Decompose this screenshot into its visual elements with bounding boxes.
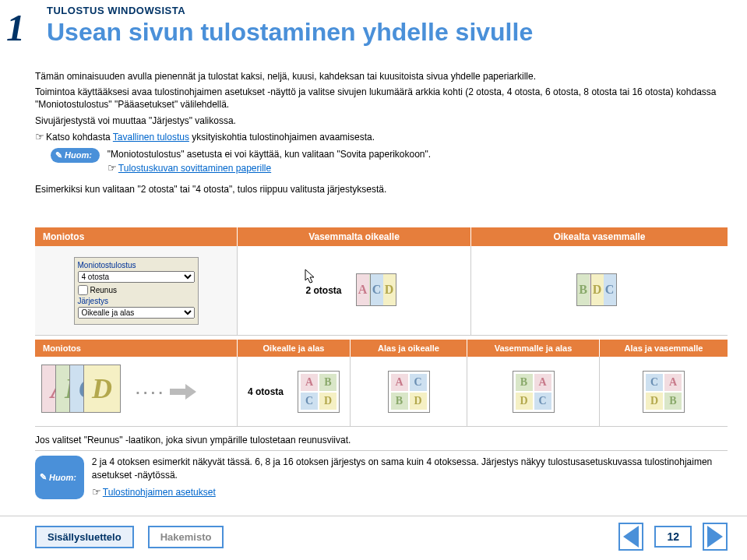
big-page-stack: A B C D	[41, 365, 119, 419]
page-a: A	[357, 274, 369, 305]
cell-2otosta-ltr: 2 otosta AB CD	[238, 246, 471, 336]
cell-4otosta-down-left: C A D B	[600, 357, 728, 427]
cell-4otosta-down-right: A C B D	[351, 357, 467, 427]
hand-icon: ☞	[107, 162, 117, 174]
th2-alas-vasemmalle: Alas ja vasemmalle	[600, 340, 728, 357]
page-c: C	[371, 274, 383, 305]
g-c: C	[646, 374, 663, 391]
g-b: B	[319, 374, 337, 391]
g-c: C	[301, 393, 318, 410]
table1-row: Moniotostulostus 4 otosta Reunus Järjest…	[35, 246, 728, 336]
p4-prefix: Katso kohdasta	[46, 132, 113, 143]
page-c: C	[604, 274, 616, 305]
mock-group-label: Moniotostulostus	[78, 261, 195, 269]
th2-moniotos: Moniotos	[35, 340, 238, 357]
cursor-icon	[304, 268, 318, 285]
intro-p4: ☞Katso kohdasta Tavallinen tulostus yksi…	[35, 130, 728, 144]
table2-row: A B C D ···· 4 otosta A B C D	[35, 357, 728, 427]
g-b: B	[391, 393, 408, 410]
grid-badc: B A D C	[513, 371, 555, 413]
page-b: B	[577, 274, 590, 305]
note-1: Huom: "Moniotostulostus" asetusta ei voi…	[51, 148, 728, 175]
link-tulostinohjaimen-asetukset[interactable]: Tulostinohjaimen asetukset	[103, 487, 216, 498]
page-stack-ba-dc: BA DC	[576, 273, 623, 308]
grid-cadb: C A D B	[643, 371, 685, 413]
prev-page-button[interactable]	[618, 523, 643, 551]
intro-p2: Toimintoa käyttääksesi avaa tulostinohja…	[35, 86, 728, 111]
note-2: Huom: 2 ja 4 otoksen esimerkit näkyvät t…	[35, 450, 728, 499]
hand-icon: ☞	[92, 486, 101, 498]
settings-mock: Moniotostulostus 4 otosta Reunus Järjest…	[74, 257, 199, 325]
header: TULOSTUS WINDOWSISTA Usean sivun tulosta…	[47, 5, 533, 47]
table-4otosta: Moniotos Oikealle ja alas Alas ja oikeal…	[35, 340, 728, 427]
big-stack-cell: A B C D ····	[35, 357, 238, 427]
toc-button[interactable]: Sisällysluettelo	[35, 526, 134, 548]
dots-arrow-icon: ····	[135, 379, 196, 404]
cell-4otosta-left-down: B A D C	[467, 357, 600, 427]
th2-alas-oikealle: Alas ja oikealle	[351, 340, 467, 357]
hand-icon: ☞	[35, 131, 44, 143]
g-b: B	[664, 393, 682, 410]
cell-4otosta-right-down: 4 otosta A B C D	[238, 357, 351, 427]
th-oikealta-vasemmalle: Oikealta vasemmalle	[471, 227, 728, 246]
mock-select-order[interactable]: Oikealle ja alas	[78, 307, 195, 319]
index-button[interactable]: Hakemisto	[148, 526, 224, 548]
row-label-4otosta: 4 otosta	[248, 386, 284, 397]
link-tavallinen-tulostus[interactable]: Tavallinen tulostus	[113, 132, 189, 143]
mock-checkbox-reunus[interactable]	[78, 285, 88, 295]
page-d: D	[591, 274, 604, 305]
th2-vasemmalle-alas: Vasemmalle ja alas	[467, 340, 600, 357]
settings-screenshot-cell: Moniotostulostus 4 otosta Reunus Järjest…	[35, 246, 238, 336]
g-a: A	[301, 374, 318, 391]
table2-header: Moniotos Oikealle ja alas Alas ja oikeal…	[35, 340, 728, 357]
mock-label-jarjestys: Järjestys	[78, 297, 195, 305]
intro-p1: Tämän ominaisuuden avulla pienennät ja t…	[35, 70, 728, 83]
th-moniotos: Moniotos	[35, 227, 238, 246]
note1-line1: "Moniotostulostus" asetusta ei voi käytt…	[107, 148, 431, 161]
grid-abcd: A B C D	[298, 371, 340, 413]
g-a: A	[664, 374, 682, 391]
page-d: D	[383, 274, 396, 305]
table-2otosta: Moniotos Vasemmalta oikealle Oikealta va…	[35, 227, 728, 336]
example-text: Esimerkiksi kun valitaan "2 otosta" tai …	[35, 183, 728, 195]
page-title: Usean sivun tulostaminen yhdelle sivulle	[47, 18, 533, 47]
footer-reunus-text: Jos valitset "Reunus" -laatikon, joka si…	[35, 435, 351, 446]
g-d: D	[646, 393, 663, 410]
header-kicker: TULOSTUS WINDOWSISTA	[47, 5, 533, 16]
chevron-right-icon	[707, 526, 723, 548]
table1-header: Moniotos Vasemmalta oikealle Oikealta va…	[35, 227, 728, 246]
p4-suffix: yksityiskohtia tulostinohjaimen avaamise…	[189, 132, 375, 143]
g-d: D	[410, 393, 427, 410]
svg-marker-0	[170, 384, 196, 400]
note-badge: Huom:	[35, 456, 84, 499]
page-number: 12	[654, 526, 692, 548]
section-number: 1	[6, 6, 25, 49]
th2-oikealle-alas: Oikealle ja alas	[238, 340, 351, 357]
note2-text: 2 ja 4 otoksen esimerkit näkyvät tässä. …	[92, 456, 728, 482]
row-label-2otosta: 2 otosta	[305, 285, 341, 296]
grid-acbd: A C B D	[388, 371, 430, 413]
g-a: A	[391, 374, 408, 391]
g-d: D	[516, 393, 533, 410]
intro-p3: Sivujärjestystä voi muuttaa "Järjestys" …	[35, 114, 728, 127]
th-vasemmalta-oikealle: Vasemmalta oikealle	[238, 227, 471, 246]
big-page-d: D	[83, 365, 121, 413]
g-d: D	[319, 393, 337, 410]
note-badge: Huom:	[51, 148, 100, 163]
g-b: B	[516, 374, 533, 391]
g-c: C	[534, 393, 551, 410]
next-page-button[interactable]	[703, 523, 728, 551]
chevron-left-icon	[623, 526, 639, 548]
g-c: C	[410, 374, 427, 391]
page-stack-ab-cd: AB CD	[356, 273, 403, 308]
link-tulostuskuvan-sovittaminen[interactable]: Tulostuskuvan sovittaminen paperille	[118, 163, 271, 174]
cell-2otosta-rtl: BA DC	[471, 246, 728, 336]
g-a: A	[534, 374, 551, 391]
bottom-nav-bar: Sisällysluettelo Hakemisto 12	[0, 516, 747, 551]
mock-checkbox-label: Reunus	[90, 286, 117, 294]
body-text: Tämän ominaisuuden avulla pienennät ja t…	[35, 70, 728, 199]
mock-select-count[interactable]: 4 otosta	[78, 271, 195, 283]
